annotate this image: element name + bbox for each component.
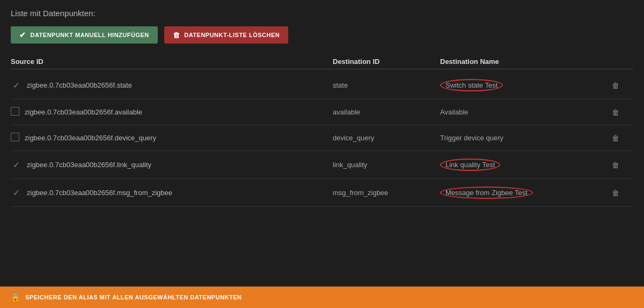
row-checked-icon: ✓ (11, 160, 21, 170)
destination-name-cell: Link quality Test (440, 159, 612, 171)
lock-icon: 🔒 (11, 293, 20, 302)
destination-id-cell: state (333, 81, 440, 89)
check-circle-icon: ✔ (19, 31, 26, 39)
row-checked-icon: ✓ (11, 188, 21, 198)
delete-cell: 🗑 (612, 81, 633, 90)
source-cell: zigbee.0.7cb03eaa00b2656f.device_query (11, 133, 333, 143)
delete-cell: 🗑 (612, 189, 633, 197)
table-row: ✓ zigbee.0.7cb03eaa00b2656f.msg_from_zig… (11, 179, 633, 207)
delete-row-button[interactable]: 🗑 (612, 161, 619, 169)
delete-row-button[interactable]: 🗑 (612, 108, 619, 117)
row-checked-icon: ✓ (11, 80, 21, 90)
trash-icon: 🗑 (612, 108, 619, 117)
destination-name-cell: Available (440, 108, 612, 116)
header-source-id: Source ID (11, 58, 333, 66)
add-button-label: Datenpunkt manuell hinzufügen (31, 32, 149, 38)
trash-icon: 🗑 (612, 189, 619, 197)
row-unchecked-icon (11, 133, 19, 143)
delete-button-label: Datenpunkt-Liste löschen (184, 32, 280, 38)
trash-icon: 🗑 (612, 81, 619, 90)
datapoints-table: Source ID Destination ID Destination Nam… (11, 54, 633, 207)
source-id-text: zigbee.0.7cb03eaa00b2656f.available (25, 108, 142, 116)
destination-name-cell: Message from Zigbee Test (440, 187, 612, 199)
source-cell: ✓ zigbee.0.7cb03eaa00b2656f.msg_from_zig… (11, 188, 333, 198)
source-cell: ✓ zigbee.0.7cb03eaa00b2656f.link_quality (11, 160, 333, 170)
table-row: ✓ zigbee.0.7cb03eaa00b2656f.state state … (11, 71, 633, 99)
destination-name-circled: Switch state Test (440, 79, 503, 91)
table-row: zigbee.0.7cb03eaa00b2656f.available avai… (11, 99, 633, 125)
row-unchecked-icon (11, 107, 19, 117)
source-id-text: zigbee.0.7cb03eaa00b2656f.state (27, 81, 132, 89)
destination-name-circled: Link quality Test (440, 159, 500, 171)
destination-id-cell: available (333, 108, 440, 116)
main-container: Liste mit Datenpunkten: ✔ Datenpunkt man… (0, 0, 644, 216)
page-title: Liste mit Datenpunkten: (11, 9, 633, 18)
delete-cell: 🗑 (612, 108, 633, 117)
checkbox[interactable] (11, 107, 19, 116)
table-row: zigbee.0.7cb03eaa00b2656f.device_query d… (11, 125, 633, 151)
header-destination-name: Destination Name (440, 58, 612, 66)
delete-row-button[interactable]: 🗑 (612, 81, 619, 90)
trash-icon: 🗑 (173, 31, 180, 39)
source-id-text: zigbee.0.7cb03eaa00b2656f.device_query (25, 134, 156, 142)
toolbar: ✔ Datenpunkt manuell hinzufügen 🗑 Datenp… (11, 26, 633, 44)
delete-cell: 🗑 (612, 134, 633, 142)
save-bar[interactable]: 🔒 Speichere den Alias mit allen ausgewäh… (0, 286, 644, 308)
trash-icon: 🗑 (612, 134, 619, 142)
source-cell: zigbee.0.7cb03eaa00b2656f.available (11, 107, 333, 117)
save-bar-label: Speichere den Alias mit allen ausgewählt… (25, 294, 242, 300)
add-datapoint-button[interactable]: ✔ Datenpunkt manuell hinzufügen (11, 26, 158, 44)
delete-row-button[interactable]: 🗑 (612, 189, 619, 197)
delete-cell: 🗑 (612, 161, 633, 169)
trash-icon: 🗑 (612, 161, 619, 169)
checkbox[interactable] (11, 133, 19, 141)
destination-id-cell: link_quality (333, 161, 440, 169)
header-actions (612, 58, 633, 66)
destination-id-cell: device_query (333, 134, 440, 142)
destination-id-cell: msg_from_zigbee (333, 189, 440, 197)
table-row: ✓ zigbee.0.7cb03eaa00b2656f.link_quality… (11, 151, 633, 179)
source-id-text: zigbee.0.7cb03eaa00b2656f.msg_from_zigbe… (27, 189, 172, 197)
header-destination-id: Destination ID (333, 58, 440, 66)
destination-name-cell: Trigger device query (440, 134, 612, 142)
destination-name-cell: Switch state Test (440, 79, 612, 91)
destination-name-text: Trigger device query (440, 134, 503, 142)
source-id-text: zigbee.0.7cb03eaa00b2656f.link_quality (27, 161, 151, 169)
table-header: Source ID Destination ID Destination Nam… (11, 54, 633, 69)
destination-name-circled: Message from Zigbee Test (440, 187, 533, 199)
source-cell: ✓ zigbee.0.7cb03eaa00b2656f.state (11, 80, 333, 90)
delete-list-button[interactable]: 🗑 Datenpunkt-Liste löschen (164, 26, 289, 44)
destination-name-text: Available (440, 108, 469, 116)
delete-row-button[interactable]: 🗑 (612, 134, 619, 142)
